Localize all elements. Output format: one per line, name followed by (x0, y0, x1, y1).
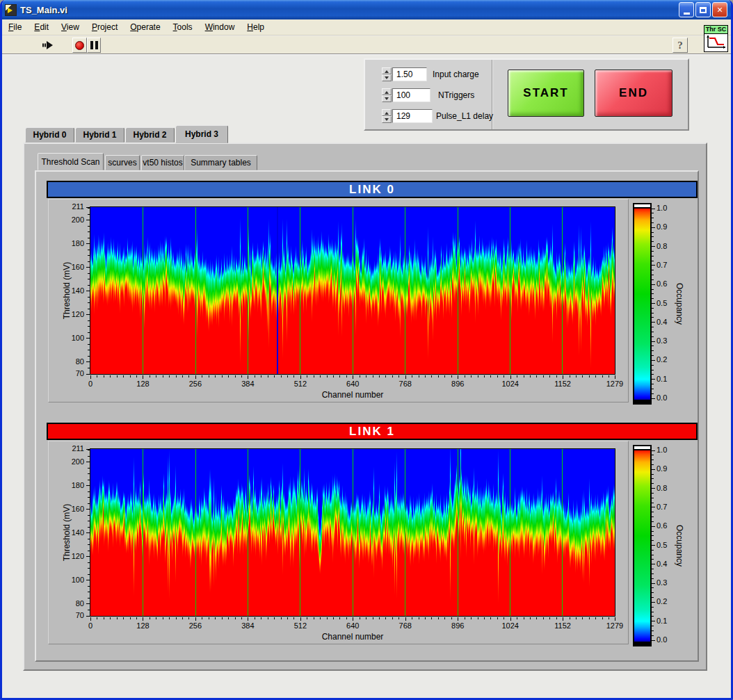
tab-hybrid-0[interactable]: Hybrid 0 (25, 127, 74, 143)
tab-hybrid-2[interactable]: Hybrid 2 (125, 127, 175, 143)
y-axis-major-tick (86, 220, 90, 220)
subtab-threshold-scan[interactable]: Threshold Scan (38, 153, 104, 170)
pause-button[interactable] (87, 38, 101, 53)
x-axis-major-tick (510, 617, 511, 621)
ntriggers-spinner[interactable] (382, 88, 392, 103)
pulse-l1-delay-field[interactable] (392, 109, 433, 123)
colorbar-minor-tick (652, 370, 654, 371)
y-axis-minor-tick (88, 586, 90, 587)
colorbar-tick-label: 0.2 (657, 355, 667, 364)
x-axis-minor-tick (176, 375, 177, 377)
x-axis-tick-label: 1024 (495, 380, 526, 388)
end-button[interactable]: END (595, 70, 672, 117)
link-0-plot-canvas[interactable] (90, 207, 615, 374)
subtab-summary-tables[interactable]: Summary tables (184, 155, 257, 170)
pulse-l1-delay-spinner[interactable] (382, 109, 392, 124)
menu-item-tools[interactable]: Tools (167, 21, 199, 33)
colorbar-tick-label: 0.0 (657, 393, 667, 402)
colorbar-minor-tick (652, 516, 654, 517)
input-charge-spin-up[interactable] (382, 67, 392, 74)
x-axis-major-tick (195, 617, 196, 621)
menu-item-operate[interactable]: Operate (124, 21, 166, 33)
colorbar-major-tick (652, 322, 655, 323)
colorbar-tick-label: 1.0 (657, 204, 667, 212)
x-axis-minor-tick (576, 617, 577, 619)
minimize-button[interactable] (679, 2, 694, 17)
x-axis-minor-tick (556, 617, 557, 619)
link-0-color-scale: 1.00.90.80.70.60.50.40.30.20.10.0Occupan… (633, 203, 702, 405)
menu-item-edit[interactable]: Edit (28, 21, 55, 33)
x-axis-minor-tick (104, 375, 104, 377)
x-axis-major-tick (563, 617, 563, 621)
subtab-scurves[interactable]: scurves (105, 155, 140, 170)
colorbar-minor-tick (652, 393, 654, 394)
colorbar-major-tick (652, 526, 655, 527)
y-axis-major-tick (86, 291, 90, 291)
x-axis-minor-tick (209, 617, 209, 619)
help-button[interactable]: ? (672, 38, 688, 53)
x-axis-minor-tick (478, 375, 478, 377)
menu-bar: FileEditViewProjectOperateToolsWindowHel… (2, 19, 731, 35)
subtab-vt50-histos[interactable]: vt50 histos (141, 155, 184, 170)
x-axis-minor-tick (314, 617, 314, 619)
link-1-intensity-graph: 2112001801601401201008070Threshold (mV)0… (48, 441, 629, 644)
colorbar-major-tick (652, 265, 655, 266)
input-charge-spinner[interactable] (382, 67, 392, 82)
colorbar-minor-tick (652, 483, 654, 484)
x-axis-minor-tick (110, 617, 111, 619)
input-charge-spin-down[interactable] (382, 74, 392, 81)
menu-item-view[interactable]: View (55, 21, 86, 33)
y-axis-minor-tick (88, 515, 90, 516)
y-axis-title: Threshold (mV) (62, 498, 72, 567)
run-button[interactable] (39, 38, 57, 53)
pulse-l1-delay-spin-up[interactable] (382, 109, 392, 116)
pulse-l1-delay-label: Pulse_L1 delay (436, 111, 493, 121)
x-axis-minor-tick (570, 617, 570, 619)
vi-icon-thumbnail[interactable]: Thr SC (704, 25, 728, 52)
x-axis-minor-tick (431, 375, 432, 377)
maximize-button[interactable] (695, 2, 711, 17)
colorbar-tick-label: 0.8 (657, 484, 667, 492)
x-axis-minor-tick (156, 617, 156, 619)
colorbar-minor-tick (652, 493, 654, 494)
menu-item-project[interactable]: Project (86, 21, 124, 33)
input-charge-field[interactable] (392, 67, 427, 81)
window-titlebar[interactable]: TS_Main.vi × (0, 0, 733, 19)
x-axis-major-tick (510, 375, 511, 379)
x-axis-minor-tick (530, 375, 531, 377)
x-axis-minor-tick (117, 375, 118, 377)
colorbar-major-tick (652, 360, 655, 361)
y-axis-minor-tick (88, 344, 90, 345)
menu-item-window[interactable]: Window (199, 21, 241, 33)
pulse-l1-delay-spin-down[interactable] (382, 116, 392, 123)
menu-item-file[interactable]: File (2, 21, 28, 33)
link-1-plot-canvas[interactable] (90, 449, 615, 616)
start-button[interactable]: START (508, 70, 584, 117)
ntriggers-field[interactable] (392, 88, 430, 102)
colorbar-minor-tick (652, 474, 654, 475)
x-axis-tick-label: 1152 (547, 380, 578, 388)
colorbar-minor-tick (652, 535, 654, 536)
colorbar-minor-tick (652, 218, 654, 218)
close-button[interactable]: × (712, 2, 727, 17)
y-axis-major-tick (86, 243, 90, 244)
range-top-line (634, 207, 650, 209)
tab-hybrid-3[interactable]: Hybrid 3 (175, 125, 228, 143)
colorbar-minor-tick (652, 261, 654, 261)
x-axis-minor-tick (444, 617, 445, 619)
ntriggers-spin-up[interactable] (382, 88, 392, 95)
colorbar-major-tick (652, 621, 655, 621)
x-axis-minor-tick (471, 375, 472, 377)
link-1-plot-area[interactable] (90, 448, 615, 617)
x-axis-minor-tick (471, 617, 472, 619)
x-axis-minor-tick (130, 617, 131, 619)
menu-item-help[interactable]: Help (241, 21, 271, 33)
x-axis-minor-tick (385, 375, 386, 377)
link-0-plot-area[interactable] (90, 206, 615, 375)
tab-hybrid-1[interactable]: Hybrid 1 (75, 127, 124, 143)
x-axis-minor-tick (150, 617, 150, 619)
colorbar-major-tick (652, 379, 655, 380)
ntriggers-spin-down[interactable] (382, 95, 392, 102)
x-axis-minor-tick (235, 375, 236, 377)
abort-button[interactable] (72, 38, 87, 53)
